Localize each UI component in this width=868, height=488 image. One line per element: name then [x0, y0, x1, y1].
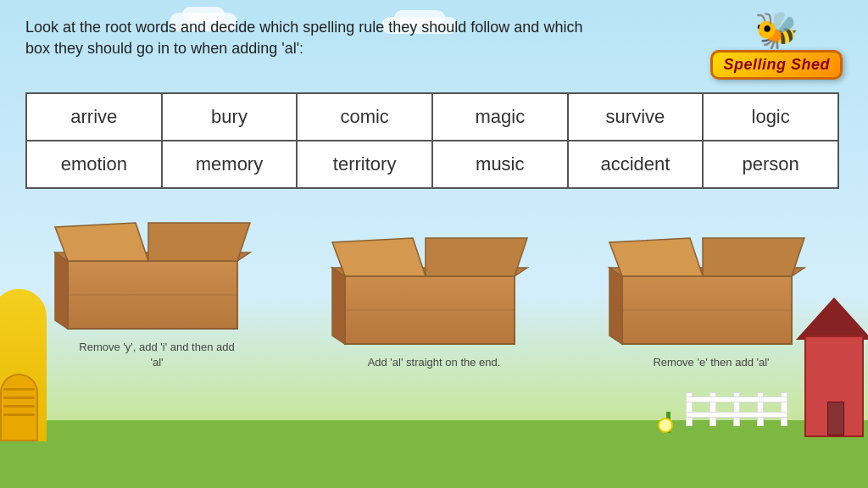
svg-marker-9 [332, 268, 345, 344]
svg-marker-16 [609, 268, 622, 344]
box-2-svg [328, 221, 540, 348]
header: Look at the root words and decide which … [25, 17, 843, 80]
svg-marker-19 [703, 238, 804, 276]
svg-marker-11 [332, 238, 426, 276]
main-content: Look at the root words and decide which … [0, 0, 868, 488]
svg-marker-12 [426, 238, 527, 276]
logo-badge: Spelling Shed [710, 50, 843, 80]
grid-cell-emotion: emotion [26, 141, 162, 188]
box-3-svg [605, 221, 817, 348]
box-3-label: Remove 'e' then add 'al' [653, 355, 769, 370]
logo-text: Spelling Shed [723, 56, 830, 73]
box-1-svg [51, 206, 263, 333]
grid-cell-logic: logic [703, 93, 838, 141]
bee-icon: 🐝 [754, 13, 798, 48]
grid-cell-survive: survive [568, 93, 704, 141]
svg-marker-5 [148, 223, 250, 261]
grid-cell-arrive: arrive [26, 93, 162, 141]
grid-cell-person: person [703, 141, 838, 188]
logo-area: 🐝 Spelling Shed [710, 13, 843, 80]
grid-cell-memory: memory [162, 141, 298, 188]
grid-cell-music: music [432, 141, 568, 188]
svg-marker-2 [55, 252, 68, 329]
box-3-container: Remove 'e' then add 'al' [588, 221, 834, 370]
svg-marker-4 [55, 223, 148, 261]
boxes-row: Remove 'y', add 'i' and then add 'al' [25, 206, 843, 370]
box-2-label: Add 'al' straight on the end. [368, 355, 501, 370]
instructions-text: Look at the root words and decide which … [25, 17, 602, 59]
grid-row-2: emotion memory territory music accident … [26, 141, 838, 188]
box-1-container: Remove 'y', add 'i' and then add 'al' [34, 206, 280, 370]
grid-cell-territory: territory [297, 141, 432, 188]
grid-cell-accident: accident [568, 141, 704, 188]
grid-row-1: arrive bury comic magic survive logic [26, 93, 838, 141]
box-2-container: Add 'al' straight on the end. [311, 221, 557, 370]
grid-cell-magic: magic [432, 93, 568, 141]
word-grid: arrive bury comic magic survive logic em… [25, 92, 839, 189]
box-1-label: Remove 'y', add 'i' and then add 'al' [72, 340, 242, 370]
grid-cell-comic: comic [297, 93, 432, 141]
grid-cell-bury: bury [162, 93, 298, 141]
svg-marker-18 [609, 238, 703, 276]
